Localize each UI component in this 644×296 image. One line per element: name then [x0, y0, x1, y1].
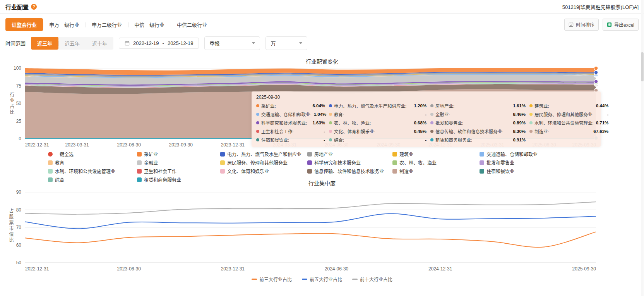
unit-select[interactable]: 万: [265, 36, 307, 50]
legend-marker: [302, 279, 307, 280]
tab-item[interactable]: 证监会行业: [5, 18, 43, 31]
tooltip-series-name: 租赁和商务服务业:: [435, 137, 472, 143]
tooltip-item: 水利、环境和公共设施管理业:0.71%: [529, 120, 608, 126]
tooltip-item: 金融业:8.46%: [430, 111, 526, 117]
legend-marker: [307, 160, 312, 165]
legend-item[interactable]: 住宿和餐饮业: [480, 168, 538, 174]
series-dot: [329, 104, 332, 107]
svg-text:2023-12-31: 2023-12-31: [221, 266, 245, 272]
time-range-segmented: 近三年近五年近十年: [31, 37, 113, 50]
chevron-down-icon: [299, 42, 302, 44]
scrollbar-thumb[interactable]: [641, 52, 644, 81]
tooltip-series-name: 采矿业:: [261, 103, 276, 109]
svg-text:2022-12-31: 2022-12-31: [25, 266, 49, 272]
legend-item[interactable]: 居民服务、修理和其他服务业: [220, 159, 307, 166]
legend-item[interactable]: 房地产业: [307, 151, 392, 157]
scrollbar[interactable]: [641, 0, 644, 296]
tab-item[interactable]: 中信一级行业: [128, 18, 171, 31]
series-dot: [529, 104, 533, 107]
legend-item[interactable]: 交通运输、仓储和邮政业: [480, 151, 538, 157]
legend-label: 卫生和社会工作: [144, 168, 176, 174]
legend-label: 批发和零售业: [486, 159, 514, 166]
svg-text:50: 50: [16, 260, 22, 265]
svg-text:2022-12-31: 2022-12-31: [25, 142, 49, 148]
tooltip-series-value: 8.46%: [510, 112, 526, 117]
legend-marker: [220, 160, 225, 165]
concentration-line-chart[interactable]: 50607080902022-12-312023-06-302023-12-31…: [0, 188, 644, 274]
tooltip-item: 综合:-: [329, 137, 426, 143]
legend-item[interactable]: 采矿业: [137, 151, 220, 157]
legend-marker: [137, 152, 142, 157]
legend-item[interactable]: 教育: [48, 159, 137, 166]
legend-label: 建筑业: [399, 151, 413, 157]
svg-text:80: 80: [16, 207, 22, 213]
legend-item[interactable]: 科学研究和技术服务业: [307, 159, 392, 166]
legend-label: 信息传输、软件和信息技术服务业: [314, 168, 384, 174]
legend-item[interactable]: 农、林、牧、渔业: [392, 159, 480, 166]
chevron-down-icon: [252, 42, 255, 44]
legend-marker: [48, 169, 53, 174]
tooltip-item: 农、林、牧、渔业:0.68%: [329, 120, 426, 126]
tooltip-item: 建筑业:0.44%: [529, 103, 608, 109]
legend-item[interactable]: 一键全选: [48, 151, 137, 157]
tooltip-series-name: 建筑业:: [534, 103, 549, 109]
period-select[interactable]: 季报: [204, 36, 260, 50]
svg-text:2023-06-30: 2023-06-30: [117, 142, 141, 148]
allocation-y-axis-label: 行业占比: [9, 92, 15, 115]
series-dot: [430, 104, 433, 107]
legend-item[interactable]: 文化、体育和娱乐业: [220, 168, 307, 174]
export-excel-label: 导出excel: [614, 21, 634, 28]
time-sort-button[interactable]: 时间排序: [564, 19, 599, 31]
series-dot: [329, 121, 332, 124]
legend-item[interactable]: 批发和零售业: [480, 159, 538, 166]
series-dot: [329, 138, 332, 141]
svg-text:50: 50: [16, 101, 22, 106]
legend-item[interactable]: 建筑业: [392, 151, 480, 157]
time-range-option[interactable]: 近十年: [86, 37, 113, 50]
tab-item[interactable]: 申万一级行业: [43, 18, 86, 31]
filter-row: 时间范围 近三年近五年近十年 2022-12-19 - 2025-12-19 季…: [0, 34, 644, 55]
excel-icon: [607, 22, 612, 27]
tooltip-series-name: 教育:: [334, 111, 344, 117]
legend-marker: [392, 169, 397, 174]
help-icon[interactable]: ?: [31, 4, 37, 10]
time-range-option[interactable]: 近五年: [58, 37, 86, 50]
tooltip-series-value: 8.30%: [510, 129, 526, 134]
legend-item[interactable]: 电力、热力、燃气及水生产和供应业: [220, 151, 307, 157]
tooltip-series-name: 制造业:: [534, 128, 549, 134]
tab-item[interactable]: 申万二级行业: [86, 18, 128, 31]
export-excel-button[interactable]: 导出excel: [603, 19, 639, 31]
svg-text:2023-09-30: 2023-09-30: [169, 142, 193, 148]
series-dot: [430, 130, 433, 133]
legend-label: 前三大行业占比: [259, 276, 292, 282]
date-range-picker[interactable]: 2022-12-19 - 2025-12-19: [119, 38, 199, 49]
legend-item[interactable]: 金融业: [137, 159, 220, 166]
legend-item[interactable]: 水利、环境和公共设施管理业: [48, 168, 137, 174]
tab-item[interactable]: 中信二级行业: [171, 18, 213, 31]
tooltip-date: 2025-09-30: [256, 95, 596, 100]
legend-label: 金融业: [144, 159, 158, 166]
tooltip-series-name: 电力、热力、燃气及水生产和供应业:: [334, 103, 406, 109]
series-dot: [256, 113, 259, 116]
legend-marker: [480, 169, 484, 174]
legend-label: 文化、体育和娱乐业: [227, 168, 269, 174]
legend-item[interactable]: 信息传输、软件和信息技术服务业: [307, 168, 392, 174]
tooltip-series-value: 1.63%: [310, 120, 325, 125]
legend-marker: [352, 279, 358, 280]
legend-label: 教育: [55, 159, 64, 166]
legend-item[interactable]: 前十大行业占比: [352, 276, 392, 282]
legend-item[interactable]: 制造业: [392, 168, 480, 174]
tooltip-item: 交通运输、仓储和邮政业:1.04%: [256, 111, 325, 117]
tooltip-series-value: 0.89%: [510, 120, 526, 125]
tabs-row: 证监会行业申万一级行业申万二级行业中信一级行业中信二级行业 时间排序 导出exc…: [0, 14, 644, 34]
chart-tooltip: 2025-09-30 采矿业:6.04%电力、热力、燃气及水生产和供应业:1.2…: [252, 91, 601, 147]
svg-text:100: 100: [14, 65, 21, 71]
tooltip-series-value: -: [321, 138, 325, 142]
legend-marker: [252, 279, 257, 280]
tooltip-series-name: 房地产业:: [435, 103, 454, 109]
legend-item[interactable]: 卫生和社会工作: [137, 168, 220, 174]
time-range-option[interactable]: 近三年: [31, 37, 58, 50]
legend-label: 交通运输、仓储和邮政业: [486, 151, 538, 157]
legend-item[interactable]: 前五大行业占比: [302, 276, 342, 282]
legend-item[interactable]: 前三大行业占比: [252, 276, 292, 282]
